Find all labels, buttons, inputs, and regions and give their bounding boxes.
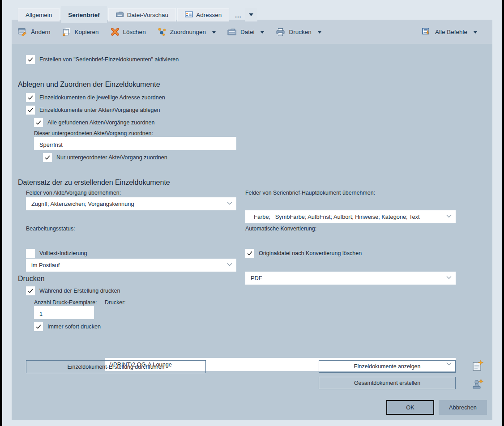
assign-address-label: Einzeldokumenten die jeweilige Adresse z… <box>39 94 165 101</box>
alle-befehle-dropdown-button[interactable]: Alle Befehle <box>422 27 477 37</box>
fields-hauptdokument-dropdown[interactable]: _Farbe; _SymbFarbe; AufbFrist; Aufbort; … <box>245 210 456 223</box>
ok-button[interactable]: OK <box>386 400 434 415</box>
chevron-down-icon <box>249 13 253 16</box>
check-icon <box>35 324 42 330</box>
assign-all-found-checkbox[interactable] <box>34 118 43 127</box>
tool-label: Löschen <box>123 29 146 35</box>
tool-label: Kopieren <box>75 29 99 35</box>
only-subordinate-label: Nur untergeordneter Akte/Vorgang zuordne… <box>56 154 167 161</box>
tool-label: Alle Befehle <box>435 29 467 35</box>
dropdown-value: PDF <box>251 275 262 281</box>
button-label: OK <box>406 404 414 411</box>
button-label: Abbrechen <box>449 404 477 411</box>
check-icon <box>44 154 51 161</box>
assign-address-checkbox[interactable] <box>26 93 35 102</box>
tool-label: Zuordnungen <box>170 29 206 35</box>
tab-overflow-label[interactable]: ... <box>235 12 241 19</box>
chevron-down-icon <box>446 276 452 279</box>
konvertierung-dropdown[interactable]: PDF <box>245 272 456 285</box>
zuordnungen-dropdown-button[interactable]: Zuordnungen <box>158 27 216 36</box>
tool-label: Datei <box>240 29 255 35</box>
toolbar: Ändern Kopieren Löschen Zuordnungen Date… <box>12 20 492 44</box>
check-icon <box>27 107 34 113</box>
drucker-label: Drucker: <box>105 299 126 306</box>
chevron-down-icon <box>318 31 321 34</box>
assignments-icon <box>158 27 167 36</box>
fields-hauptdokument-label: Felder von Serienbrief-Hauptdokument übe… <box>245 190 375 196</box>
einzeldokument-erstellung-button[interactable]: Einzeldokument-Erstellung durchführen <box>26 360 206 373</box>
button-label: Gesamtdokument erstellen <box>354 380 420 386</box>
chevron-down-icon <box>261 31 264 34</box>
loeschen-button[interactable]: Löschen <box>111 27 146 36</box>
tab-list-dropdown-button[interactable] <box>245 8 257 21</box>
chevron-down-icon <box>212 31 216 34</box>
volltext-indizierung-label: Volltext-Indizierung <box>39 250 87 256</box>
einzeldokumente-anzeigen-button[interactable]: Einzeldokumente anzeigen <box>319 360 456 373</box>
button-label: Einzeldokument-Erstellung durchführen <box>68 364 165 370</box>
immer-sofort-drucken-checkbox[interactable] <box>34 322 43 331</box>
waehrend-erstellung-drucken-label: Während der Erstellung drucken <box>39 288 120 294</box>
activate-einzeldokumente-checkbox[interactable] <box>26 55 35 64</box>
window-edge-left <box>0 0 2 426</box>
waehrend-erstellung-drucken-checkbox[interactable] <box>26 286 35 295</box>
all-commands-icon <box>422 27 431 37</box>
folder-icon <box>116 11 124 19</box>
check-icon <box>27 94 34 101</box>
chevron-down-icon <box>227 263 232 266</box>
stamp-sparkle-icon[interactable] <box>471 378 484 392</box>
aendern-button[interactable]: Ändern <box>18 27 51 36</box>
window-edge-right <box>502 0 504 426</box>
button-label: Einzeldokumente anzeigen <box>354 363 421 370</box>
chevron-down-icon <box>446 214 452 218</box>
subordinate-akte-input[interactable] <box>34 137 236 150</box>
tab-allgemein[interactable]: Allgemein <box>18 8 60 21</box>
file-under-akten-label: Einzeldokumente unter Akten/Vorgänge abl… <box>39 107 160 113</box>
tab-label: Adressen <box>196 12 222 18</box>
tab-label: Datei-Vorschau <box>127 12 168 18</box>
anzahl-exemplare-input[interactable] <box>34 306 94 319</box>
volltext-indizierung-checkbox[interactable] <box>26 249 35 258</box>
tool-label: Ändern <box>31 29 51 35</box>
kopieren-button[interactable]: Kopieren <box>62 27 99 36</box>
printer-icon <box>276 28 285 36</box>
only-subordinate-checkbox[interactable] <box>43 153 52 162</box>
file-folder-icon <box>227 28 237 36</box>
chevron-down-icon <box>227 201 232 205</box>
document-sparkle-icon[interactable] <box>471 360 484 374</box>
originaldatei-loeschen-checkbox[interactable] <box>245 249 254 258</box>
section-title-datensatz: Datensatz der zu erstellenden Einzeldoku… <box>18 179 170 187</box>
abbrechen-button[interactable]: Abbrechen <box>439 400 487 415</box>
delete-x-icon <box>111 27 120 36</box>
fields-akte-dropdown[interactable]: Zugriff; Aktenzeichen; Vorgangskennung <box>26 197 236 210</box>
dropdown-value: Zugriff; Aktenzeichen; Vorgangskennung <box>31 200 134 207</box>
originaldatei-loeschen-label: Originaldatei nach Konvertierung löschen <box>259 250 362 256</box>
tab-datei-vorschau[interactable]: Datei-Vorschau <box>108 8 176 21</box>
activate-einzeldokumente-label: Erstellen von "Serienbrief-Einzeldokumen… <box>39 56 179 63</box>
chevron-down-icon <box>474 31 477 34</box>
tab-label: Allgemein <box>26 12 52 18</box>
tab-label: Serienbrief <box>68 12 100 18</box>
tool-label: Drucken <box>289 29 311 35</box>
check-icon <box>35 119 42 126</box>
file-under-akten-checkbox[interactable] <box>26 106 35 115</box>
tab-adressen[interactable]: Adressen <box>177 8 229 21</box>
tab-serienbrief[interactable]: Serienbrief <box>61 6 107 23</box>
fields-akte-label: Felder von Akte/Vorgang übernehmen: <box>26 190 121 196</box>
datei-dropdown-button[interactable]: Datei <box>227 28 265 36</box>
gesamtdokument-erstellen-button[interactable]: Gesamtdokument erstellen <box>319 377 456 389</box>
konvertierung-label: Automatische Konvertierung: <box>245 226 316 232</box>
address-card-icon <box>185 11 193 19</box>
copy-icon <box>62 27 71 36</box>
check-icon <box>247 250 253 256</box>
check-icon <box>27 56 34 63</box>
anzahl-exemplare-label: Anzahl Druck-Exemplare: <box>34 299 97 306</box>
bearbeitungsstatus-label: Bearbeitungsstatus: <box>26 226 75 232</box>
subordinate-akte-label: Dieser untergeordneten Akte/Vorgang zuor… <box>34 130 153 136</box>
section-title-ablegen: Ablegen und Zuordnen der Einzeldokumente <box>18 81 160 89</box>
dropdown-value: _Farbe; _SymbFarbe; AufbFrist; Aufbort; … <box>251 213 419 220</box>
edit-icon <box>18 27 27 36</box>
bearbeitungsstatus-dropdown[interactable]: im Postlauf <box>26 259 236 272</box>
drucken-dropdown-button[interactable]: Drucken <box>276 28 321 36</box>
section-title-drucken: Drucken <box>18 275 45 283</box>
dropdown-value: im Postlauf <box>31 262 60 268</box>
